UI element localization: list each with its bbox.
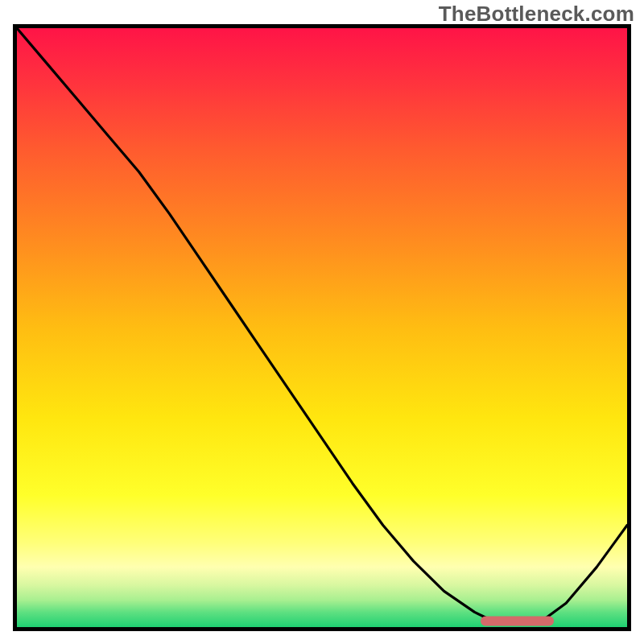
watermark-text: TheBottleneck.com xyxy=(439,2,634,27)
chart-svg xyxy=(17,28,627,627)
plot-area xyxy=(13,24,631,631)
optimal-zone-marker xyxy=(481,617,554,626)
chart-frame: TheBottleneck.com xyxy=(0,0,644,644)
background-rect xyxy=(17,28,627,627)
